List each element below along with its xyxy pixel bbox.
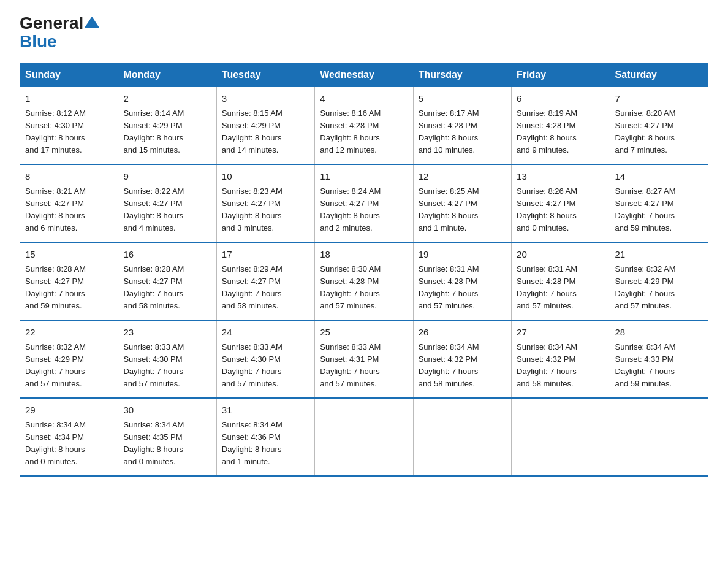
day-number: 8 [25, 170, 113, 184]
day-number: 7 [615, 92, 703, 106]
day-info: Sunrise: 8:32 AMSunset: 4:29 PMDaylight:… [615, 263, 703, 313]
day-info: Sunrise: 8:34 AMSunset: 4:34 PMDaylight:… [25, 419, 113, 469]
day-number: 12 [419, 170, 506, 184]
day-info: Sunrise: 8:30 AMSunset: 4:28 PMDaylight:… [320, 263, 408, 313]
day-cell-4: 4 Sunrise: 8:16 AMSunset: 4:28 PMDayligh… [315, 87, 413, 165]
day-info: Sunrise: 8:33 AMSunset: 4:31 PMDaylight:… [320, 341, 408, 391]
day-cell-20: 20 Sunrise: 8:31 AMSunset: 4:28 PMDaylig… [512, 242, 610, 320]
day-info: Sunrise: 8:23 AMSunset: 4:27 PMDaylight:… [222, 185, 309, 235]
day-number: 19 [419, 248, 506, 262]
day-number: 29 [25, 404, 113, 418]
day-info: Sunrise: 8:20 AMSunset: 4:27 PMDaylight:… [615, 107, 703, 157]
day-cell-23: 23 Sunrise: 8:33 AMSunset: 4:30 PMDaylig… [118, 320, 216, 398]
day-info: Sunrise: 8:16 AMSunset: 4:28 PMDaylight:… [320, 107, 408, 157]
week-row-2: 8 Sunrise: 8:21 AMSunset: 4:27 PMDayligh… [20, 164, 708, 242]
day-number: 24 [222, 326, 309, 340]
week-row-3: 15 Sunrise: 8:28 AMSunset: 4:27 PMDaylig… [20, 242, 708, 320]
logo-general-text: General [20, 15, 83, 32]
day-cell-22: 22 Sunrise: 8:32 AMSunset: 4:29 PMDaylig… [20, 320, 118, 398]
day-number: 15 [25, 248, 113, 262]
day-info: Sunrise: 8:15 AMSunset: 4:29 PMDaylight:… [222, 107, 309, 157]
day-cell-28: 28 Sunrise: 8:34 AMSunset: 4:33 PMDaylig… [610, 320, 708, 398]
day-cell-30: 30 Sunrise: 8:34 AMSunset: 4:35 PMDaylig… [118, 398, 216, 476]
day-cell-12: 12 Sunrise: 8:25 AMSunset: 4:27 PMDaylig… [413, 164, 511, 242]
day-cell-2: 2 Sunrise: 8:14 AMSunset: 4:29 PMDayligh… [118, 87, 216, 165]
day-info: Sunrise: 8:28 AMSunset: 4:27 PMDaylight:… [123, 263, 211, 313]
day-cell-24: 24 Sunrise: 8:33 AMSunset: 4:30 PMDaylig… [216, 320, 314, 398]
day-cell-3: 3 Sunrise: 8:15 AMSunset: 4:29 PMDayligh… [216, 87, 314, 165]
header-friday: Friday [512, 63, 610, 87]
day-cell-7: 7 Sunrise: 8:20 AMSunset: 4:27 PMDayligh… [610, 87, 708, 165]
day-info: Sunrise: 8:31 AMSunset: 4:28 PMDaylight:… [517, 263, 604, 313]
day-number: 3 [222, 92, 309, 106]
day-info: Sunrise: 8:31 AMSunset: 4:28 PMDaylight:… [419, 263, 506, 313]
day-cell-16: 16 Sunrise: 8:28 AMSunset: 4:27 PMDaylig… [118, 242, 216, 320]
day-number: 5 [419, 92, 506, 106]
logo: General Blue [20, 15, 100, 52]
logo-triangle-icon [85, 17, 99, 28]
day-cell-29: 29 Sunrise: 8:34 AMSunset: 4:34 PMDaylig… [20, 398, 118, 476]
day-number: 17 [222, 248, 309, 262]
day-number: 2 [123, 92, 211, 106]
day-cell-31: 31 Sunrise: 8:34 AMSunset: 4:36 PMDaylig… [216, 398, 314, 476]
day-number: 28 [615, 326, 703, 340]
day-cell-9: 9 Sunrise: 8:22 AMSunset: 4:27 PMDayligh… [118, 164, 216, 242]
day-number: 27 [517, 326, 604, 340]
day-number: 20 [517, 248, 604, 262]
day-cell-1: 1 Sunrise: 8:12 AMSunset: 4:30 PMDayligh… [20, 87, 118, 165]
day-info: Sunrise: 8:34 AMSunset: 4:35 PMDaylight:… [123, 419, 211, 469]
day-cell-17: 17 Sunrise: 8:29 AMSunset: 4:27 PMDaylig… [216, 242, 314, 320]
day-cell-14: 14 Sunrise: 8:27 AMSunset: 4:27 PMDaylig… [610, 164, 708, 242]
calendar-table: SundayMondayTuesdayWednesdayThursdayFrid… [20, 63, 708, 477]
day-info: Sunrise: 8:34 AMSunset: 4:32 PMDaylight:… [517, 341, 604, 391]
day-number: 23 [123, 326, 211, 340]
day-cell-5: 5 Sunrise: 8:17 AMSunset: 4:28 PMDayligh… [413, 87, 511, 165]
header-saturday: Saturday [610, 63, 708, 87]
logo-blue-text: Blue [20, 32, 57, 52]
day-cell-21: 21 Sunrise: 8:32 AMSunset: 4:29 PMDaylig… [610, 242, 708, 320]
day-info: Sunrise: 8:34 AMSunset: 4:33 PMDaylight:… [615, 341, 703, 391]
day-cell-26: 26 Sunrise: 8:34 AMSunset: 4:32 PMDaylig… [413, 320, 511, 398]
header-monday: Monday [118, 63, 216, 87]
header-sunday: Sunday [20, 63, 118, 87]
day-number: 16 [123, 248, 211, 262]
day-number: 11 [320, 170, 408, 184]
day-number: 6 [517, 92, 604, 106]
day-info: Sunrise: 8:24 AMSunset: 4:27 PMDaylight:… [320, 185, 408, 235]
empty-cell-w4-d5 [512, 398, 610, 476]
day-info: Sunrise: 8:33 AMSunset: 4:30 PMDaylight:… [123, 341, 211, 391]
day-number: 14 [615, 170, 703, 184]
day-info: Sunrise: 8:22 AMSunset: 4:27 PMDaylight:… [123, 185, 211, 235]
empty-cell-w4-d6 [610, 398, 708, 476]
week-row-5: 29 Sunrise: 8:34 AMSunset: 4:34 PMDaylig… [20, 398, 708, 476]
day-info: Sunrise: 8:32 AMSunset: 4:29 PMDaylight:… [25, 341, 113, 391]
day-cell-27: 27 Sunrise: 8:34 AMSunset: 4:32 PMDaylig… [512, 320, 610, 398]
day-info: Sunrise: 8:28 AMSunset: 4:27 PMDaylight:… [25, 263, 113, 313]
day-cell-15: 15 Sunrise: 8:28 AMSunset: 4:27 PMDaylig… [20, 242, 118, 320]
page-header: General Blue [20, 15, 708, 52]
day-cell-18: 18 Sunrise: 8:30 AMSunset: 4:28 PMDaylig… [315, 242, 413, 320]
day-number: 9 [123, 170, 211, 184]
week-row-4: 22 Sunrise: 8:32 AMSunset: 4:29 PMDaylig… [20, 320, 708, 398]
day-number: 30 [123, 404, 211, 418]
day-cell-10: 10 Sunrise: 8:23 AMSunset: 4:27 PMDaylig… [216, 164, 314, 242]
day-cell-25: 25 Sunrise: 8:33 AMSunset: 4:31 PMDaylig… [315, 320, 413, 398]
day-info: Sunrise: 8:34 AMSunset: 4:32 PMDaylight:… [419, 341, 506, 391]
day-info: Sunrise: 8:21 AMSunset: 4:27 PMDaylight:… [25, 185, 113, 235]
day-number: 13 [517, 170, 604, 184]
day-number: 4 [320, 92, 408, 106]
calendar-header-row: SundayMondayTuesdayWednesdayThursdayFrid… [20, 63, 708, 87]
day-cell-13: 13 Sunrise: 8:26 AMSunset: 4:27 PMDaylig… [512, 164, 610, 242]
day-cell-19: 19 Sunrise: 8:31 AMSunset: 4:28 PMDaylig… [413, 242, 511, 320]
day-number: 10 [222, 170, 309, 184]
day-cell-11: 11 Sunrise: 8:24 AMSunset: 4:27 PMDaylig… [315, 164, 413, 242]
day-info: Sunrise: 8:29 AMSunset: 4:27 PMDaylight:… [222, 263, 309, 313]
day-number: 1 [25, 92, 113, 106]
day-number: 22 [25, 326, 113, 340]
day-info: Sunrise: 8:14 AMSunset: 4:29 PMDaylight:… [123, 107, 211, 157]
day-number: 21 [615, 248, 703, 262]
day-info: Sunrise: 8:12 AMSunset: 4:30 PMDaylight:… [25, 107, 113, 157]
day-info: Sunrise: 8:26 AMSunset: 4:27 PMDaylight:… [517, 185, 604, 235]
day-info: Sunrise: 8:34 AMSunset: 4:36 PMDaylight:… [222, 419, 309, 469]
day-info: Sunrise: 8:17 AMSunset: 4:28 PMDaylight:… [419, 107, 506, 157]
